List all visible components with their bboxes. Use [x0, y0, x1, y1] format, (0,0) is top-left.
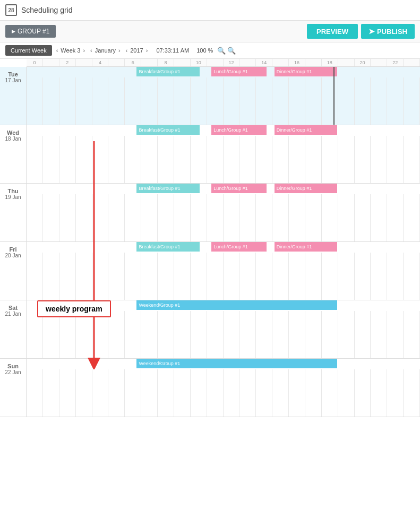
time-cell-11 — [207, 59, 224, 66]
day-row-thu: Thu19 JanBreakfast/Group #1Lunch/Group #… — [0, 184, 420, 242]
month-next-arrow[interactable]: › — [117, 47, 122, 54]
day-label-fri: Fri20 Jan — [0, 242, 27, 300]
current-time-line — [333, 67, 335, 125]
group-button[interactable]: ▶ GROUP #1 — [5, 25, 56, 38]
program-bar-weekend[interactable]: Weekend/Group #1 — [136, 359, 337, 368]
year-next-arrow[interactable]: › — [145, 47, 149, 54]
program-bar-dinner[interactable]: Dinner/Group #1 — [275, 242, 338, 252]
zoom-controls: 🔍 🔍 — [217, 47, 236, 55]
toolbar-right: PREVIEW ➤ PUBLISH — [307, 24, 415, 39]
day-label-sun: Sun22 Jan — [0, 359, 27, 417]
time-cell-19 — [338, 59, 355, 66]
program-bar-weekend[interactable]: Weekend/Group #1 — [136, 300, 337, 310]
time-lines — [27, 194, 420, 241]
program-bar-dinner[interactable]: Dinner/Group #1 — [275, 184, 338, 193]
nav-bar: Current Week ‹ Week 3 › ‹ January › ‹ 20… — [0, 42, 420, 59]
program-bar-lunch[interactable]: Lunch/Group #1 — [211, 125, 267, 135]
time-cell-18: 18 — [322, 59, 338, 66]
time-cell-7 — [141, 59, 158, 66]
day-label-thu: Thu19 Jan — [0, 184, 27, 241]
month-label: January — [95, 47, 116, 54]
time-cell-12: 12 — [224, 59, 240, 66]
time-cell-3 — [76, 59, 92, 66]
publish-button[interactable]: ➤ PUBLISH — [361, 24, 415, 39]
year-label: 2017 — [130, 47, 143, 54]
day-content-wed: Breakfast/Group #1Lunch/Group #1Dinner/G… — [27, 125, 420, 183]
program-bar-breakfast[interactable]: Breakfast/Group #1 — [136, 184, 200, 193]
calendar-icon: 28 — [5, 4, 17, 16]
publish-arrow-icon: ➤ — [368, 27, 375, 36]
program-bar-breakfast[interactable]: Breakfast/Group #1 — [136, 242, 200, 252]
program-bar-breakfast[interactable]: Breakfast/Group #1 — [136, 125, 200, 135]
time-cell-5 — [108, 59, 125, 66]
day-row-wed: Wed18 JanBreakfast/Group #1Lunch/Group #… — [0, 125, 420, 184]
program-bar-row: Breakfast/Group #1Lunch/Group #1Dinner/G… — [27, 242, 420, 253]
time-header: 0246810121416182022 — [27, 59, 420, 67]
week-label: Week 3 — [61, 47, 80, 54]
toolbar: ▶ GROUP #1 PREVIEW ➤ PUBLISH — [0, 21, 420, 42]
time-lines — [27, 369, 420, 417]
zoom-out-icon[interactable]: 🔍 — [227, 47, 236, 55]
day-content-thu: Breakfast/Group #1Lunch/Group #1Dinner/G… — [27, 184, 420, 241]
program-bar-breakfast[interactable]: Breakfast/Group #1 — [136, 67, 200, 76]
time-lines — [27, 136, 420, 183]
time-cell-14: 14 — [256, 59, 272, 66]
top-header: 28 Scheduling grid — [0, 0, 420, 21]
program-bar-row: Weekend/Group #1 — [27, 359, 420, 369]
time-cell-1 — [43, 59, 59, 66]
time-cell-8: 8 — [158, 59, 174, 66]
time-lines — [27, 311, 420, 358]
time-cell-2: 2 — [59, 59, 76, 66]
day-content-sat: Weekend/Group #1 — [27, 300, 420, 358]
day-row-fri: Fri20 JanBreakfast/Group #1Lunch/Group #… — [0, 242, 420, 300]
time-lines — [27, 77, 420, 125]
week-next-arrow[interactable]: › — [82, 47, 86, 54]
time-cell-16: 16 — [289, 59, 305, 66]
day-content-fri: Breakfast/Group #1Lunch/Group #1Dinner/G… — [27, 242, 420, 300]
time-cell-20: 20 — [355, 59, 371, 66]
time-cell-21 — [371, 59, 387, 66]
time-cell-10: 10 — [191, 59, 207, 66]
program-bar-row: Weekend/Group #1 — [27, 300, 420, 311]
day-content-sun: Weekend/Group #1 — [27, 359, 420, 417]
day-label-wed: Wed18 Jan — [0, 125, 27, 183]
page-title: Scheduling grid — [21, 6, 73, 14]
program-bar-row: Breakfast/Group #1Lunch/Group #1Dinner/G… — [27, 125, 420, 136]
zoom-in-icon[interactable]: 🔍 — [217, 47, 226, 55]
time-lines — [27, 253, 420, 300]
day-label-sat: Sat21 Jan — [0, 300, 27, 358]
day-label-tue: Tue17 Jan — [0, 67, 27, 125]
time-cell-0: 0 — [27, 59, 43, 66]
program-bar-row: Breakfast/Group #1Lunch/Group #1Dinner/G… — [27, 67, 420, 77]
time-cell-22: 22 — [387, 59, 404, 66]
program-bar-dinner[interactable]: Dinner/Group #1 — [275, 125, 338, 135]
year-nav: ‹ 2017 › — [125, 47, 149, 54]
zoom-display: 100 % — [196, 47, 213, 54]
day-row-sat: Sat21 JanWeekend/Group #1 — [0, 300, 420, 359]
preview-button[interactable]: PREVIEW — [307, 24, 358, 39]
program-bar-lunch[interactable]: Lunch/Group #1 — [211, 184, 267, 193]
month-nav: ‹ January › — [89, 47, 121, 54]
program-bar-row: Breakfast/Group #1Lunch/Group #1Dinner/G… — [27, 184, 420, 194]
day-row-sun: Sun22 JanWeekend/Group #1 — [0, 359, 420, 417]
time-cell-15 — [272, 59, 289, 66]
play-icon: ▶ — [12, 29, 15, 34]
program-bar-dinner[interactable]: Dinner/Group #1 — [275, 67, 338, 76]
current-week-button[interactable]: Current Week — [5, 45, 52, 56]
scheduling-grid: 0246810121416182022 Tue17 JanBreakfast/G… — [0, 59, 420, 417]
program-bar-lunch[interactable]: Lunch/Group #1 — [211, 242, 267, 252]
time-cell-23 — [404, 59, 420, 66]
month-prev-arrow[interactable]: ‹ — [89, 47, 93, 54]
day-row-tue: Tue17 JanBreakfast/Group #1Lunch/Group #… — [0, 67, 420, 125]
week-prev-arrow[interactable]: ‹ — [55, 47, 59, 54]
time-cell-13 — [239, 59, 256, 66]
time-cell-17 — [305, 59, 322, 66]
year-prev-arrow[interactable]: ‹ — [125, 47, 129, 54]
time-cell-4: 4 — [92, 59, 109, 66]
time-cell-6: 6 — [125, 59, 141, 66]
week-nav: ‹ Week 3 › — [55, 47, 86, 54]
time-display: 07:33:11 AM — [156, 47, 189, 54]
program-bar-lunch[interactable]: Lunch/Group #1 — [211, 67, 267, 76]
time-cell-9 — [174, 59, 191, 66]
day-content-tue: Breakfast/Group #1Lunch/Group #1Dinner/G… — [27, 67, 420, 125]
